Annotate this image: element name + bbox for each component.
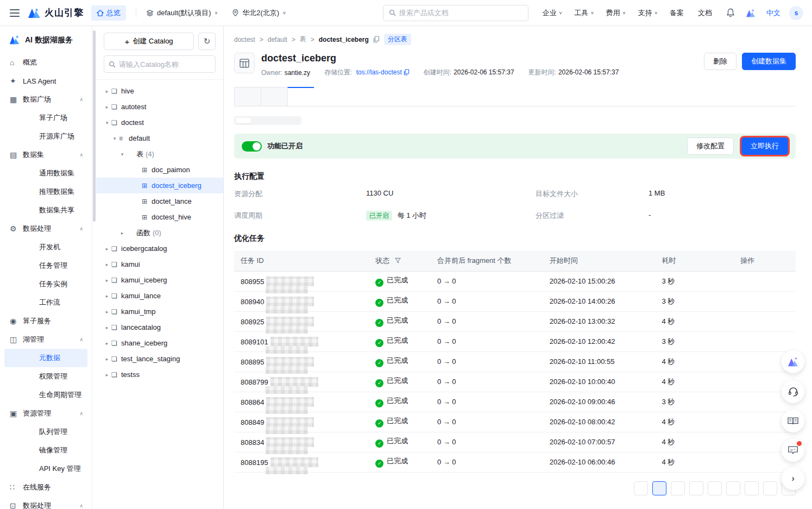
breadcrumb-link[interactable]: doctest <box>234 36 255 43</box>
copy-icon[interactable] <box>373 36 380 43</box>
sidebar-item[interactable]: ▣ 资源管理 ∧ <box>0 404 92 423</box>
tree-node[interactable]: ▸ ❏ icebergcatalog <box>96 241 223 256</box>
brand-logo[interactable]: 火山引擎 <box>27 7 84 19</box>
subtab[interactable] <box>285 118 300 123</box>
feature-toggle[interactable] <box>242 141 262 152</box>
sidebar-item[interactable]: 开发机 <box>0 238 92 256</box>
sidebar-item[interactable]: 通用数据集 <box>0 164 92 183</box>
breadcrumb-link[interactable]: default <box>268 36 287 43</box>
tree-node[interactable]: ▸ 函数 (0) <box>96 225 223 241</box>
search-input[interactable] <box>399 9 523 17</box>
create-catalog-button[interactable]: + 创建 Catalog <box>104 33 194 50</box>
tab[interactable] <box>261 87 287 106</box>
catalog-search-input[interactable] <box>119 60 211 68</box>
ai-assistant-button[interactable] <box>782 350 804 373</box>
sidebar-item[interactable]: ⊡ 数据处理 ∧ <box>0 497 92 509</box>
sidebar-item[interactable]: 任务实例 <box>0 275 92 293</box>
subtab[interactable] <box>236 118 251 123</box>
sidebar-item[interactable]: ✦ LAS Agent <box>0 72 92 90</box>
language-switch[interactable]: 中文 <box>766 8 780 18</box>
overview-nav-badge[interactable]: 总览 <box>91 5 126 21</box>
sidebar-item[interactable]: ◉ 算子服务 <box>0 312 92 330</box>
filter-icon[interactable] <box>395 257 401 263</box>
support-button[interactable] <box>782 380 804 403</box>
region-selector[interactable]: 华北2(北京) ∨ <box>232 8 286 18</box>
page-button[interactable] <box>634 481 648 495</box>
tree-node[interactable]: ▾ 表 (4) <box>96 146 223 162</box>
create-dataset-button[interactable]: 创建数据集 <box>742 53 796 70</box>
breadcrumb-link[interactable]: 表 <box>300 35 306 44</box>
tab[interactable] <box>234 87 261 106</box>
modify-config-button[interactable]: 修改配置 <box>687 137 734 155</box>
page-button[interactable] <box>745 481 759 495</box>
collapse-button[interactable]: › <box>782 467 804 490</box>
sidebar-item[interactable]: 数据集共享 <box>0 201 92 219</box>
refresh-button[interactable]: ↻ <box>198 33 216 50</box>
sidebar-item[interactable]: ⚙ 数据处理 ∧ <box>0 219 92 238</box>
tree-node[interactable]: ▸ ❏ test_lance_staging <box>96 351 223 367</box>
topbar-menu-item[interactable]: 文档 <box>698 8 714 18</box>
sidebar-item[interactable]: ∷ 在线服务 <box>0 478 92 497</box>
sidebar-item[interactable]: ▦ 数据广场 ∧ <box>0 90 92 109</box>
page-button[interactable] <box>652 481 666 495</box>
sidebar-item[interactable]: ⌂ 概览 <box>0 53 92 72</box>
tree-node[interactable]: ▸ ❏ lancecatalog <box>96 319 223 335</box>
tree-node[interactable]: ▸ ❏ testss <box>96 367 223 382</box>
sidebar-scrollbar[interactable] <box>93 30 96 222</box>
tree-node[interactable]: ▸ ❏ kamui <box>96 256 223 272</box>
tree-node[interactable]: ⊞ doctest_hive <box>96 209 223 225</box>
notification-bell-icon[interactable] <box>726 8 735 17</box>
volcano-mini-logo-icon[interactable] <box>745 8 757 18</box>
sidebar-item[interactable]: 镜像管理 <box>0 441 92 460</box>
sidebar-item[interactable]: 生命周期管理 <box>0 386 92 404</box>
topbar-menu-item[interactable]: 企业 ∨ <box>543 8 563 18</box>
copy-icon[interactable] <box>404 69 410 76</box>
sidebar-item[interactable]: 元数据 <box>4 349 87 367</box>
sidebar-item[interactable]: 算子广场 <box>0 109 92 127</box>
topbar-menu-item[interactable]: 备案 <box>670 8 686 18</box>
redacted-block <box>266 417 314 427</box>
avatar[interactable]: s <box>789 6 803 20</box>
tree-node[interactable]: ▸ ❏ hive <box>96 83 223 99</box>
page-button[interactable] <box>708 481 722 495</box>
sidebar-item[interactable]: ▤ 数据集 ∧ <box>0 146 92 164</box>
sidebar-item[interactable]: 队列管理 <box>0 423 92 441</box>
tree-node[interactable]: ⊞ doctet_lance <box>96 193 223 209</box>
delete-button[interactable]: 删除 <box>704 53 737 70</box>
sidebar-item[interactable]: 工作流 <box>0 293 92 312</box>
page-button[interactable] <box>726 481 740 495</box>
sidebar-item[interactable]: 任务管理 <box>0 256 92 275</box>
tree-node[interactable]: ▸ ❏ autotest <box>96 99 223 115</box>
tree-node[interactable]: ▸ ❏ kamui_iceberg <box>96 272 223 288</box>
tree-node[interactable]: ▸ ❏ shane_iceberg <box>96 335 223 351</box>
topbar-menu-item[interactable]: 费用 ∨ <box>606 8 626 18</box>
subtab[interactable] <box>268 118 284 123</box>
topbar-menu-item[interactable]: 工具 ∨ <box>574 8 594 18</box>
page-button[interactable] <box>689 481 703 495</box>
sidebar-item[interactable]: 开源库广场 <box>0 127 92 146</box>
project-selector[interactable]: default(默认项目) ∨ <box>146 8 218 18</box>
tab[interactable] <box>287 87 314 106</box>
hamburger-menu-icon[interactable] <box>10 9 20 17</box>
start-time-cell: 2026-02-10 09:00:46 <box>543 392 656 412</box>
sidebar-item[interactable]: 推理数据集 <box>0 183 92 201</box>
tree-node[interactable]: ▾ ≡ default <box>96 130 223 146</box>
tree-node[interactable]: ▸ ❏ kamui_lance <box>96 288 223 304</box>
docs-button[interactable] <box>782 410 804 432</box>
tree-node[interactable]: ⊞ doctest_iceberg <box>96 178 223 193</box>
subtab[interactable] <box>252 118 267 123</box>
sidebar-item[interactable]: ◫ 湖管理 ∧ <box>0 330 92 349</box>
tasks-table: 任务 ID 状态 合并前后 fragment 个数 开始时间 耗时 操作 808… <box>234 251 796 473</box>
sidebar-item[interactable]: API Key 管理 <box>0 460 92 478</box>
tree-node[interactable]: ⊞ doc_paimon <box>96 162 223 178</box>
storage-link[interactable]: tos://las-doctest <box>356 68 410 76</box>
page-button[interactable] <box>671 481 685 495</box>
tree-node[interactable]: ▾ ❏ doctest <box>96 115 223 130</box>
tree-node[interactable]: ▸ ❏ kamui_tmp <box>96 304 223 319</box>
feedback-button[interactable] <box>782 439 804 462</box>
page-button[interactable] <box>763 481 777 495</box>
execute-now-button[interactable]: 立即执行 <box>741 137 788 155</box>
tree-node-icon: ⊞ <box>142 213 152 221</box>
sidebar-item[interactable]: 权限管理 <box>0 367 92 386</box>
topbar-menu-item[interactable]: 支持 ∨ <box>638 8 658 18</box>
